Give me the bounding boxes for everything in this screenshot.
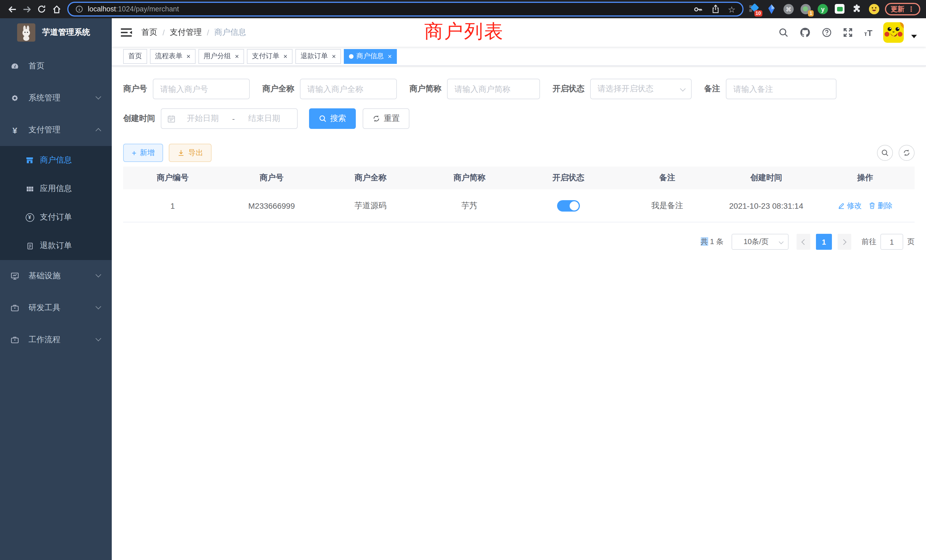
filter-row-2: 创建时间 开始日期 - 结束日期 搜索 重置	[123, 108, 915, 129]
browser-menu-dots-icon[interactable]: ⋮	[908, 5, 915, 13]
short-name-input[interactable]	[447, 79, 540, 99]
delete-button[interactable]: 删除	[869, 200, 893, 211]
refresh-table-button[interactable]	[899, 145, 915, 161]
tab-process-form[interactable]: 流程表单 ×	[150, 49, 195, 64]
table-row: 1 M233666999 芋道源码 芋艿 我是备注 2021-10-23 08:…	[123, 189, 915, 222]
trash-icon	[869, 202, 876, 209]
sidebar-item-system[interactable]: 系统管理	[0, 82, 112, 114]
tab-pay-order[interactable]: 支付订单 ×	[247, 49, 292, 64]
sidebar-item-dev-tools[interactable]: 研发工具	[0, 292, 112, 324]
sidebar-collapse-icon[interactable]	[121, 27, 132, 38]
search-icon[interactable]	[779, 27, 789, 38]
browser-home-button[interactable]	[49, 2, 64, 17]
tab-close-icon[interactable]: ×	[388, 53, 392, 60]
remark-input[interactable]	[726, 79, 837, 99]
browser-profile-avatar[interactable]	[869, 4, 879, 14]
create-time-range-picker[interactable]: 开始日期 - 结束日期	[161, 108, 298, 129]
refresh-icon	[372, 115, 380, 123]
page-number-button[interactable]: 1	[816, 234, 832, 250]
github-icon[interactable]	[800, 27, 811, 38]
avatar-dropdown-caret-icon[interactable]	[911, 35, 917, 38]
chevron-down-icon	[95, 304, 101, 309]
tab-close-icon[interactable]: ×	[332, 53, 336, 60]
tab-close-icon[interactable]: ×	[235, 53, 239, 60]
browser-forward-button[interactable]	[20, 2, 34, 17]
share-icon[interactable]	[711, 5, 720, 14]
export-button[interactable]: 导出	[169, 144, 212, 162]
briefcase-icon	[10, 303, 20, 312]
search-button[interactable]: 搜索	[309, 108, 356, 129]
dashboard-icon	[10, 62, 20, 71]
sidebar-item-merchant-info[interactable]: 商户信息	[0, 146, 112, 174]
tab-close-icon[interactable]: ×	[283, 53, 287, 60]
add-button[interactable]: + 新增	[123, 144, 163, 162]
help-icon[interactable]	[822, 27, 832, 38]
sidebar-logo[interactable]: 芋道管理系统	[0, 18, 112, 47]
monitor-icon	[10, 271, 20, 281]
browser-update-button[interactable]: 更新 ⋮	[885, 3, 920, 15]
sidebar-menu: 首页 系统管理 ¥ 支付管理	[0, 47, 112, 356]
sidebar-item-label: 支付订单	[40, 212, 72, 222]
tab-close-icon[interactable]: ×	[186, 53, 191, 60]
prev-page-button[interactable]	[797, 234, 810, 250]
extension-kite-icon[interactable]	[766, 4, 776, 14]
status-select[interactable]: 请选择开启状态	[590, 79, 691, 99]
goto-page-input[interactable]	[881, 234, 903, 250]
tab-user-group[interactable]: 用户分组 ×	[198, 49, 244, 64]
address-bar[interactable]: localhost:1024/pay/merchant ☆	[67, 2, 743, 17]
search-icon	[319, 115, 327, 123]
sidebar-item-label: 系统管理	[29, 93, 61, 103]
sidebar-item-infra[interactable]: 基础设施	[0, 260, 112, 292]
extension-chat-icon[interactable]	[835, 4, 845, 14]
font-size-icon[interactable]: тT	[864, 28, 872, 37]
full-name-input[interactable]	[300, 79, 397, 99]
pagination-total: 共 1 条	[701, 237, 723, 247]
sidebar-item-label: 商户信息	[40, 155, 72, 165]
yen-circle-icon: ¥	[25, 213, 34, 222]
next-page-button[interactable]	[838, 234, 851, 250]
tab-merchant-info[interactable]: 商户信息 ×	[344, 49, 397, 64]
extension-notifier-icon[interactable]: 1	[800, 4, 811, 14]
extension-pinned-icon[interactable]: 10	[749, 4, 760, 14]
extensions-puzzle-icon[interactable]	[852, 4, 862, 14]
page-info-icon[interactable]	[75, 5, 83, 13]
sidebar-item-app-info[interactable]: 应用信息	[0, 174, 112, 203]
tab-refund-order[interactable]: 退款订单 ×	[295, 49, 341, 64]
sidebar-item-label: 支付管理	[29, 125, 61, 135]
edit-button[interactable]: 修改	[838, 200, 862, 211]
sidebar-item-workflow[interactable]: 工作流程	[0, 324, 112, 356]
breadcrumb-pay[interactable]: 支付管理	[170, 27, 202, 38]
chevron-down-icon	[95, 272, 101, 277]
cell-create-time: 2021-10-23 08:31:14	[717, 201, 816, 210]
table-tools	[877, 145, 915, 161]
chevron-left-icon	[801, 239, 807, 245]
col-remark: 备注	[618, 173, 717, 183]
password-key-icon[interactable]	[693, 4, 703, 14]
create-time-label: 创建时间	[123, 114, 155, 124]
reset-button[interactable]: 重置	[363, 108, 409, 129]
status-toggle[interactable]	[557, 200, 580, 211]
extension-command-icon[interactable]: ⌘	[784, 4, 794, 14]
top-navbar: 首页 / 支付管理 / 商户信息 тT	[112, 18, 926, 47]
extension-y-icon[interactable]: y	[818, 4, 828, 14]
sidebar-item-pay[interactable]: ¥ 支付管理	[0, 114, 112, 146]
user-avatar[interactable]	[883, 22, 904, 43]
col-status: 开启状态	[519, 173, 618, 183]
fullscreen-icon[interactable]	[843, 27, 853, 38]
page-size-select[interactable]: 10条/页	[732, 234, 788, 250]
breadcrumb-home[interactable]: 首页	[141, 27, 157, 38]
tab-home[interactable]: 首页	[123, 49, 147, 64]
sidebar-item-home[interactable]: 首页	[0, 50, 112, 82]
sidebar-item-pay-order[interactable]: ¥ 支付订单	[0, 203, 112, 232]
shop-icon	[25, 156, 34, 165]
sidebar-item-refund-order[interactable]: 退款订单	[0, 232, 112, 260]
merchant-no-input[interactable]	[153, 79, 250, 99]
tags-view-bar: 首页 流程表单 × 用户分组 × 支付订单 ×	[112, 47, 926, 66]
pagination: 共 1 条 10条/页 1 前往 页	[123, 234, 915, 250]
cell-merchant-no: M233666999	[222, 201, 321, 210]
browser-refresh-button[interactable]	[34, 2, 49, 17]
browser-back-button[interactable]	[5, 2, 20, 17]
show-search-button[interactable]	[877, 145, 893, 161]
bookmark-star-icon[interactable]: ☆	[728, 5, 735, 14]
sidebar: 芋道管理系统 首页 系统管理 ¥ 支付管	[0, 18, 112, 560]
